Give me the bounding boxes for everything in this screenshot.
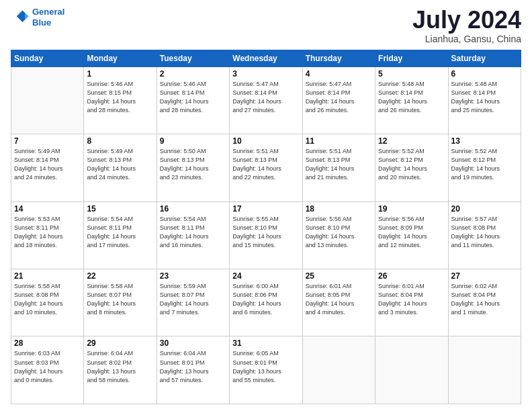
col-tuesday: Tuesday xyxy=(157,50,229,66)
day-info: Sunrise: 5:48 AM Sunset: 8:14 PM Dayligh… xyxy=(451,80,518,115)
day-number: 10 xyxy=(232,136,299,146)
day-info: Sunrise: 5:58 AM Sunset: 8:08 PM Dayligh… xyxy=(14,282,81,317)
col-sunday: Sunday xyxy=(11,50,84,66)
cell-w1-d1: 1Sunrise: 5:46 AM Sunset: 8:15 PM Daylig… xyxy=(84,66,157,134)
day-number: 12 xyxy=(378,136,445,146)
day-info: Sunrise: 5:47 AM Sunset: 8:14 PM Dayligh… xyxy=(232,80,299,115)
day-number: 15 xyxy=(87,204,153,214)
day-number: 18 xyxy=(306,204,372,214)
cell-w5-d6 xyxy=(448,336,521,404)
cell-w2-d3: 10Sunrise: 5:51 AM Sunset: 8:13 PM Dayli… xyxy=(230,134,302,201)
calendar-header-row: Sunday Monday Tuesday Wednesday Thursday… xyxy=(11,50,521,66)
logo: General Blue xyxy=(11,7,64,28)
cell-w5-d3: 31Sunrise: 6:05 AM Sunset: 8:01 PM Dayli… xyxy=(230,336,302,404)
day-number: 24 xyxy=(232,271,299,281)
calendar-subtitle: Lianhua, Gansu, China xyxy=(412,34,521,44)
day-info: Sunrise: 6:03 AM Sunset: 8:03 PM Dayligh… xyxy=(14,349,81,384)
cell-w1-d4: 4Sunrise: 5:47 AM Sunset: 8:14 PM Daylig… xyxy=(302,66,375,134)
day-info: Sunrise: 5:58 AM Sunset: 8:07 PM Dayligh… xyxy=(87,282,153,317)
cell-w5-d4 xyxy=(302,336,375,404)
cell-w4-d5: 26Sunrise: 6:01 AM Sunset: 8:04 PM Dayli… xyxy=(375,269,448,336)
day-info: Sunrise: 5:54 AM Sunset: 8:11 PM Dayligh… xyxy=(160,215,226,250)
cell-w2-d4: 11Sunrise: 5:51 AM Sunset: 8:13 PM Dayli… xyxy=(302,134,375,201)
day-info: Sunrise: 5:55 AM Sunset: 8:10 PM Dayligh… xyxy=(232,215,299,250)
cell-w1-d2: 2Sunrise: 5:46 AM Sunset: 8:14 PM Daylig… xyxy=(157,66,229,134)
cell-w1-d3: 3Sunrise: 5:47 AM Sunset: 8:14 PM Daylig… xyxy=(230,66,302,134)
cell-w4-d0: 21Sunrise: 5:58 AM Sunset: 8:08 PM Dayli… xyxy=(11,269,84,336)
day-number: 8 xyxy=(87,136,153,146)
day-info: Sunrise: 5:59 AM Sunset: 8:07 PM Dayligh… xyxy=(160,282,226,317)
cell-w2-d5: 12Sunrise: 5:52 AM Sunset: 8:12 PM Dayli… xyxy=(375,134,448,201)
cell-w3-d1: 15Sunrise: 5:54 AM Sunset: 8:11 PM Dayli… xyxy=(84,201,157,269)
cell-w4-d2: 23Sunrise: 5:59 AM Sunset: 8:07 PM Dayli… xyxy=(157,269,229,336)
day-number: 16 xyxy=(160,204,226,214)
day-number: 25 xyxy=(306,271,372,281)
cell-w3-d3: 17Sunrise: 5:55 AM Sunset: 8:10 PM Dayli… xyxy=(230,201,302,269)
day-number: 11 xyxy=(306,136,372,146)
day-number: 26 xyxy=(378,271,445,281)
cell-w3-d4: 18Sunrise: 5:56 AM Sunset: 8:10 PM Dayli… xyxy=(302,201,375,269)
cell-w3-d5: 19Sunrise: 5:56 AM Sunset: 8:09 PM Dayli… xyxy=(375,201,448,269)
day-info: Sunrise: 6:00 AM Sunset: 8:06 PM Dayligh… xyxy=(232,282,299,317)
day-number: 9 xyxy=(160,136,226,146)
cell-w3-d6: 20Sunrise: 5:57 AM Sunset: 8:08 PM Dayli… xyxy=(448,201,521,269)
day-info: Sunrise: 5:51 AM Sunset: 8:13 PM Dayligh… xyxy=(232,147,299,182)
cell-w1-d5: 5Sunrise: 5:48 AM Sunset: 8:14 PM Daylig… xyxy=(375,66,448,134)
cell-w2-d1: 8Sunrise: 5:49 AM Sunset: 8:13 PM Daylig… xyxy=(84,134,157,201)
cell-w2-d6: 13Sunrise: 5:52 AM Sunset: 8:12 PM Dayli… xyxy=(448,134,521,201)
day-number: 5 xyxy=(378,69,445,79)
col-friday: Friday xyxy=(375,50,448,66)
cell-w2-d2: 9Sunrise: 5:50 AM Sunset: 8:13 PM Daylig… xyxy=(157,134,229,201)
day-number: 30 xyxy=(160,338,226,348)
cell-w3-d2: 16Sunrise: 5:54 AM Sunset: 8:11 PM Dayli… xyxy=(157,201,229,269)
cell-w4-d6: 27Sunrise: 6:02 AM Sunset: 8:04 PM Dayli… xyxy=(448,269,521,336)
day-info: Sunrise: 5:49 AM Sunset: 8:14 PM Dayligh… xyxy=(14,147,81,182)
day-info: Sunrise: 5:57 AM Sunset: 8:08 PM Dayligh… xyxy=(451,215,518,250)
day-info: Sunrise: 5:48 AM Sunset: 8:14 PM Dayligh… xyxy=(378,80,445,115)
week-row-2: 7Sunrise: 5:49 AM Sunset: 8:14 PM Daylig… xyxy=(11,134,521,201)
day-info: Sunrise: 5:46 AM Sunset: 8:14 PM Dayligh… xyxy=(160,80,226,115)
col-wednesday: Wednesday xyxy=(230,50,302,66)
day-info: Sunrise: 5:54 AM Sunset: 8:11 PM Dayligh… xyxy=(87,215,153,250)
day-number: 27 xyxy=(451,271,518,281)
logo-line2: Blue xyxy=(32,17,51,28)
week-row-1: 1Sunrise: 5:46 AM Sunset: 8:15 PM Daylig… xyxy=(11,66,521,134)
day-info: Sunrise: 5:56 AM Sunset: 8:09 PM Dayligh… xyxy=(378,215,445,250)
day-number: 3 xyxy=(232,69,299,79)
week-row-5: 28Sunrise: 6:03 AM Sunset: 8:03 PM Dayli… xyxy=(11,336,521,404)
day-info: Sunrise: 5:52 AM Sunset: 8:12 PM Dayligh… xyxy=(378,147,445,182)
day-info: Sunrise: 5:52 AM Sunset: 8:12 PM Dayligh… xyxy=(451,147,518,182)
day-number: 31 xyxy=(232,338,299,348)
week-row-4: 21Sunrise: 5:58 AM Sunset: 8:08 PM Dayli… xyxy=(11,269,521,336)
day-number: 2 xyxy=(160,69,226,79)
day-info: Sunrise: 5:50 AM Sunset: 8:13 PM Dayligh… xyxy=(160,147,226,182)
day-info: Sunrise: 6:04 AM Sunset: 8:01 PM Dayligh… xyxy=(160,349,226,384)
day-number: 13 xyxy=(451,136,518,146)
cell-w4-d3: 24Sunrise: 6:00 AM Sunset: 8:06 PM Dayli… xyxy=(230,269,302,336)
day-info: Sunrise: 5:51 AM Sunset: 8:13 PM Dayligh… xyxy=(306,147,372,182)
header: General Blue July 2024 Lianhua, Gansu, C… xyxy=(11,7,521,44)
day-info: Sunrise: 6:01 AM Sunset: 8:05 PM Dayligh… xyxy=(306,282,372,317)
day-info: Sunrise: 6:05 AM Sunset: 8:01 PM Dayligh… xyxy=(232,349,299,384)
cell-w5-d1: 29Sunrise: 6:04 AM Sunset: 8:02 PM Dayli… xyxy=(84,336,157,404)
day-number: 7 xyxy=(14,136,81,146)
logo-line1: General xyxy=(32,7,64,17)
cell-w1-d6: 6Sunrise: 5:48 AM Sunset: 8:14 PM Daylig… xyxy=(448,66,521,134)
cell-w5-d0: 28Sunrise: 6:03 AM Sunset: 8:03 PM Dayli… xyxy=(11,336,84,404)
cell-w4-d1: 22Sunrise: 5:58 AM Sunset: 8:07 PM Dayli… xyxy=(84,269,157,336)
cell-w4-d4: 25Sunrise: 6:01 AM Sunset: 8:05 PM Dayli… xyxy=(302,269,375,336)
cell-w2-d0: 7Sunrise: 5:49 AM Sunset: 8:14 PM Daylig… xyxy=(11,134,84,201)
day-info: Sunrise: 5:49 AM Sunset: 8:13 PM Dayligh… xyxy=(87,147,153,182)
day-number: 6 xyxy=(451,69,518,79)
day-number: 17 xyxy=(232,204,299,214)
logo-icon xyxy=(11,8,30,27)
week-row-3: 14Sunrise: 5:53 AM Sunset: 8:11 PM Dayli… xyxy=(11,201,521,269)
col-monday: Monday xyxy=(84,50,157,66)
calendar-title: July 2024 xyxy=(412,7,521,34)
logo-text: General Blue xyxy=(32,7,64,28)
day-info: Sunrise: 6:02 AM Sunset: 8:04 PM Dayligh… xyxy=(451,282,518,317)
day-number: 4 xyxy=(306,69,372,79)
day-number: 19 xyxy=(378,204,445,214)
day-number: 14 xyxy=(14,204,81,214)
day-number: 20 xyxy=(451,204,518,214)
